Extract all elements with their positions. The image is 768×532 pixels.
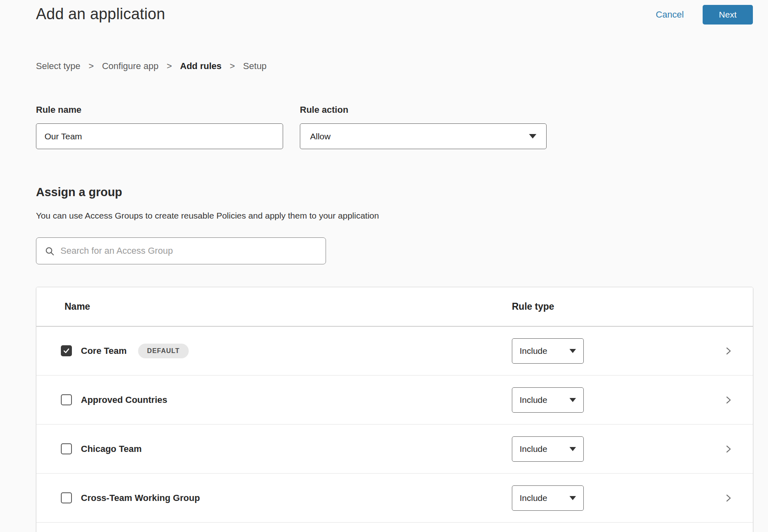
search-icon — [45, 246, 55, 256]
step-add-rules[interactable]: Add rules — [180, 60, 221, 72]
rule-type-value: Include — [520, 493, 547, 503]
group-name: Approved Countries — [81, 395, 167, 405]
chevron-down-icon — [569, 496, 576, 500]
search-input[interactable] — [60, 246, 317, 256]
cancel-button[interactable]: Cancel — [656, 9, 683, 20]
table-header-row: Name Rule type — [36, 287, 753, 326]
row-expand-button[interactable] — [704, 346, 753, 355]
rule-type-cell: Include — [512, 485, 704, 511]
row-name-cell: Chicago Team — [36, 443, 512, 454]
rule-form-row: Rule name Rule action Allow — [36, 105, 768, 149]
breadcrumb: Select type > Configure app > Add rules … — [36, 60, 768, 72]
checkbox-unchecked[interactable] — [61, 492, 72, 503]
step-configure-app[interactable]: Configure app — [102, 60, 159, 72]
chevron-right-icon — [724, 445, 733, 454]
rule-action-select[interactable]: Allow — [300, 123, 547, 149]
rule-action-field: Rule action Allow — [300, 105, 547, 149]
access-group-search[interactable] — [36, 237, 326, 264]
group-name: Chicago Team — [81, 444, 142, 454]
page-title: Add an application — [36, 3, 165, 25]
checkmark-icon — [63, 347, 70, 355]
next-button[interactable]: Next — [703, 5, 753, 25]
step-setup[interactable]: Setup — [243, 60, 267, 72]
rule-type-value: Include — [520, 395, 547, 405]
chevron-down-icon — [569, 447, 576, 451]
step-select-type[interactable]: Select type — [36, 60, 80, 72]
header-actions: Cancel Next — [656, 5, 753, 25]
breadcrumb-separator: > — [230, 60, 235, 72]
chevron-right-icon — [724, 396, 733, 405]
table-row: Cross-Team Working Group Include — [36, 474, 753, 523]
row-name-cell: Approved Countries — [36, 394, 512, 405]
group-name: Cross-Team Working Group — [81, 493, 200, 503]
rule-type-select[interactable]: Include — [512, 338, 584, 364]
row-name-cell: Core Team DEFAULT — [36, 344, 512, 358]
rule-name-label: Rule name — [36, 105, 283, 115]
rule-action-label: Rule action — [300, 105, 547, 115]
rule-type-cell: Include — [512, 338, 704, 364]
row-expand-button[interactable] — [704, 396, 753, 405]
row-expand-button[interactable] — [704, 445, 753, 454]
chevron-down-icon — [569, 349, 576, 353]
table-row: Chicago Team Include — [36, 425, 753, 474]
partial-next-row — [36, 523, 753, 532]
row-expand-button[interactable] — [704, 494, 753, 503]
top-bar: Add an application Cancel Next — [0, 0, 768, 25]
rule-type-value: Include — [520, 346, 547, 356]
row-name-cell: Cross-Team Working Group — [36, 492, 512, 503]
rule-type-select[interactable]: Include — [512, 436, 584, 462]
checkbox-checked[interactable] — [61, 345, 72, 356]
assign-group-section: Assign a group You can use Access Groups… — [36, 185, 768, 264]
rule-type-select[interactable]: Include — [512, 485, 584, 511]
rule-type-select[interactable]: Include — [512, 387, 584, 413]
checkbox-unchecked[interactable] — [61, 394, 72, 405]
chevron-down-icon — [529, 134, 536, 139]
rule-type-value: Include — [520, 444, 547, 454]
default-badge: DEFAULT — [138, 344, 189, 358]
chevron-right-icon — [724, 494, 733, 503]
assign-group-description: You can use Access Groups to create reus… — [36, 210, 768, 221]
column-header-rule-type: Rule type — [512, 301, 704, 312]
chevron-right-icon — [724, 346, 733, 355]
access-groups-table: Name Rule type Core Team DEFAULT Include — [36, 287, 753, 532]
column-header-name: Name — [36, 301, 512, 312]
group-name: Core Team — [81, 346, 127, 356]
breadcrumb-separator: > — [167, 60, 172, 72]
rule-action-value: Allow — [310, 132, 330, 141]
checkbox-unchecked[interactable] — [61, 443, 72, 454]
rule-name-input[interactable] — [36, 123, 283, 149]
rule-type-cell: Include — [512, 387, 704, 413]
breadcrumb-separator: > — [89, 60, 94, 72]
rule-name-field: Rule name — [36, 105, 283, 149]
table-row: Approved Countries Include — [36, 376, 753, 425]
assign-group-title: Assign a group — [36, 185, 768, 199]
chevron-down-icon — [569, 398, 576, 402]
rule-type-cell: Include — [512, 436, 704, 462]
table-row: Core Team DEFAULT Include — [36, 326, 753, 376]
